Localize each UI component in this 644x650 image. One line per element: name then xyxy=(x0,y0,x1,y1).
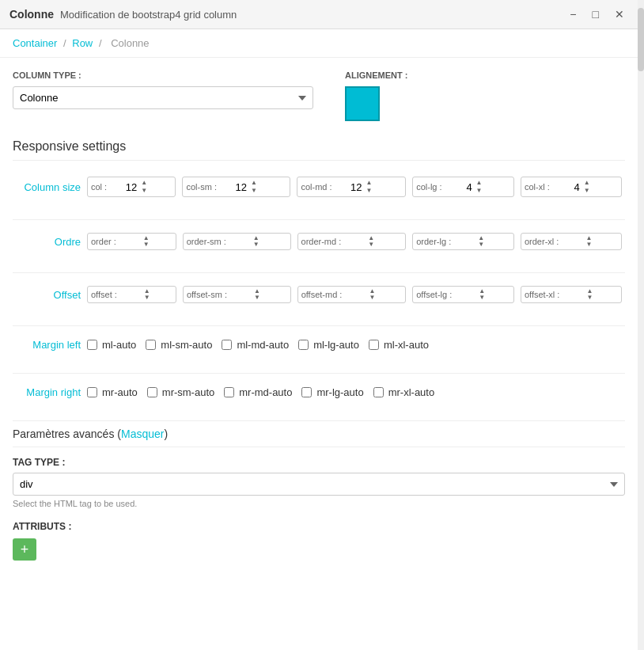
ml-xl-auto-checkbox[interactable] xyxy=(369,340,379,350)
order-input[interactable] xyxy=(118,236,142,248)
offset-md-down[interactable]: ▼ xyxy=(369,295,375,301)
breadcrumb-container[interactable]: Container xyxy=(13,37,57,49)
offset-xl-input[interactable] xyxy=(561,289,585,301)
offset-sm-field: offset-sm : ▲ ▼ xyxy=(180,279,294,310)
tag-type-hint: Select the HTML tag to be used. xyxy=(13,499,625,508)
mr-lg-auto-checkbox[interactable] xyxy=(301,387,312,397)
scrollbar[interactable] xyxy=(638,0,644,650)
order-lg-input[interactable] xyxy=(453,236,476,248)
col-xl-down[interactable]: ▼ xyxy=(583,187,591,195)
offset-sm-input[interactable] xyxy=(229,289,252,301)
order-down[interactable]: ▼ xyxy=(143,241,150,248)
responsive-settings-title: Responsive settings xyxy=(13,139,625,161)
offset-lg-field: offset-lg : ▲ ▼ xyxy=(409,279,517,310)
mr-md-auto-checkbox[interactable] xyxy=(224,387,234,397)
add-attribut-button[interactable]: + xyxy=(13,538,36,561)
ml-lg-auto-checkbox[interactable] xyxy=(298,340,309,350)
col-lg-up[interactable]: ▲ xyxy=(475,179,483,187)
mr-auto-checkbox-label[interactable]: mr-auto xyxy=(87,386,138,398)
tag-type-section: TAG TYPE : div section article span Sele… xyxy=(13,457,625,508)
column-size-table: Column size col : ▲ ▼ c xyxy=(13,170,625,203)
col-md-up[interactable]: ▲ xyxy=(366,179,373,187)
order-md-input[interactable] xyxy=(343,236,366,248)
col-xl-input[interactable] xyxy=(551,181,580,193)
col-sm-down[interactable]: ▼ xyxy=(250,187,258,195)
order-xl-input[interactable] xyxy=(560,236,584,248)
advanced-params-title: Paramètres avancés (Masquer) xyxy=(13,428,625,447)
offset-down[interactable]: ▼ xyxy=(144,295,150,301)
tag-type-label: TAG TYPE : xyxy=(13,457,625,468)
column-type-label: COLUMN TYPE : xyxy=(13,70,313,80)
offset-lg-down[interactable]: ▼ xyxy=(479,295,485,301)
advanced-params-label: Paramètres avancés xyxy=(13,428,114,440)
col-xl-up[interactable]: ▲ xyxy=(583,179,591,187)
offset-label: Offset xyxy=(13,279,84,310)
margin-right-label: Margin right xyxy=(13,380,84,405)
order-xl-down[interactable]: ▼ xyxy=(585,241,592,248)
offset-field: offset : ▲ ▼ xyxy=(84,279,180,310)
order-xl-field: order-xl : ▲ ▼ xyxy=(517,226,625,257)
attributs-label: ATTRIBUTS : xyxy=(13,521,625,532)
offset-sm-down[interactable]: ▼ xyxy=(254,295,260,301)
mr-md-auto-checkbox-label[interactable]: mr-md-auto xyxy=(224,386,292,398)
ordre-table: Ordre order : ▲ ▼ order xyxy=(13,226,625,257)
ml-sm-auto-checkbox[interactable] xyxy=(146,340,156,350)
mr-xl-auto-checkbox-label[interactable]: mr-xl-auto xyxy=(373,386,435,398)
ml-xl-auto-checkbox-label[interactable]: ml-xl-auto xyxy=(369,339,429,351)
attributs-section: ATTRIBUTS : + xyxy=(13,521,625,561)
margin-left-checkboxes: ml-auto ml-sm-auto ml-md-auto xyxy=(84,333,625,357)
mr-sm-auto-checkbox-label[interactable]: mr-sm-auto xyxy=(147,386,214,398)
mr-lg-auto-checkbox-label[interactable]: mr-lg-auto xyxy=(301,386,363,398)
alignment-color-box[interactable] xyxy=(345,86,380,121)
ml-lg-auto-checkbox-label[interactable]: ml-lg-auto xyxy=(298,339,359,351)
tag-type-select[interactable]: div section article span xyxy=(13,473,625,496)
col-sm-up[interactable]: ▲ xyxy=(250,179,258,187)
offset-input[interactable] xyxy=(119,289,142,301)
scroll-thumb[interactable] xyxy=(638,8,644,71)
ml-md-auto-checkbox[interactable] xyxy=(222,340,232,350)
ml-auto-checkbox-label[interactable]: ml-auto xyxy=(87,339,136,351)
order-sm-down[interactable]: ▼ xyxy=(253,241,259,248)
breadcrumb-sep1: / xyxy=(63,37,66,49)
order-sm-field: order-sm : ▲ ▼ xyxy=(180,226,294,257)
col-up[interactable]: ▲ xyxy=(140,179,148,187)
order-field: order : ▲ ▼ xyxy=(84,226,180,257)
maximize-button[interactable]: □ xyxy=(589,6,603,22)
minimize-button[interactable]: − xyxy=(566,6,580,22)
offset-lg-input[interactable] xyxy=(453,289,477,301)
col-sm-field: col-sm : ▲ ▼ xyxy=(179,170,294,203)
breadcrumb-row[interactable]: Row xyxy=(72,37,93,49)
alignment-block: ALIGNEMENT : xyxy=(345,70,503,124)
mr-sm-auto-checkbox[interactable] xyxy=(147,387,157,397)
column-type-select[interactable]: Colonne autre xyxy=(13,86,313,109)
order-sm-input[interactable] xyxy=(228,236,252,248)
ordre-label: Ordre xyxy=(13,226,84,257)
margin-left-label: Margin left xyxy=(13,333,84,357)
margin-left-table: Margin left ml-auto ml-sm-auto xyxy=(13,333,625,357)
order-lg-down[interactable]: ▼ xyxy=(478,241,484,248)
order-md-down[interactable]: ▼ xyxy=(368,241,374,248)
main-content: COLUMN TYPE : Colonne autre ALIGNEMENT :… xyxy=(0,58,638,573)
col-down[interactable]: ▼ xyxy=(140,187,148,195)
ml-auto-checkbox[interactable] xyxy=(87,340,97,350)
col-field-0: col : ▲ ▼ xyxy=(84,170,179,203)
alignment-label: ALIGNEMENT : xyxy=(345,70,503,80)
offset-row: Offset offset : ▲ ▼ off xyxy=(13,279,625,310)
offset-md-field: offset-md : ▲ ▼ xyxy=(294,279,410,310)
margin-right-table: Margin right mr-auto mr-sm-auto xyxy=(13,380,625,405)
col-input[interactable] xyxy=(108,181,137,193)
ml-md-auto-checkbox-label[interactable]: ml-md-auto xyxy=(222,339,289,351)
offset-xl-down[interactable]: ▼ xyxy=(586,295,593,301)
col-sm-input[interactable] xyxy=(218,181,247,193)
mr-xl-auto-checkbox[interactable] xyxy=(373,387,384,397)
col-xl-field: col-xl : ▲ ▼ xyxy=(517,170,625,203)
col-lg-input[interactable] xyxy=(444,181,472,193)
col-md-input[interactable] xyxy=(334,181,362,193)
ml-sm-auto-checkbox-label[interactable]: ml-sm-auto xyxy=(146,339,212,351)
col-md-down[interactable]: ▼ xyxy=(366,187,373,195)
col-lg-down[interactable]: ▼ xyxy=(475,187,483,195)
mr-auto-checkbox[interactable] xyxy=(87,387,97,397)
advanced-params-toggle[interactable]: Masquer xyxy=(121,428,164,440)
offset-md-input[interactable] xyxy=(343,289,367,301)
close-button[interactable]: ✕ xyxy=(611,6,628,22)
